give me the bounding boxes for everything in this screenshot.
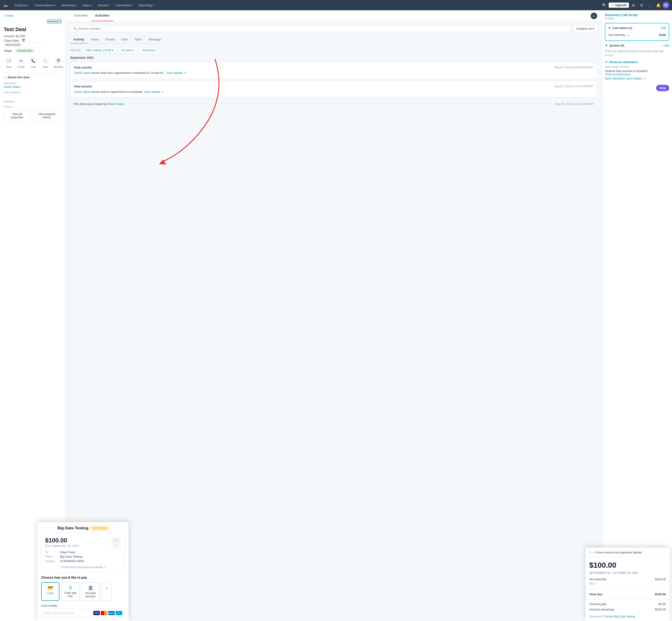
david-staat-link-2[interactable]: David Staat [74,90,90,93]
search-activities-box[interactable]: 🔍 [70,25,571,32]
contact-big-data-testing-link[interactable]: Contact Big Data Testing [604,615,635,618]
email-button[interactable]: ✉ Email [16,56,26,70]
nav-conversations[interactable]: Conversations ▾ [31,0,58,10]
close-date-input[interactable] [4,42,46,47]
invoice-from-field: From Big Data Testing [45,555,121,558]
nav-automation[interactable]: Automation ▾ [113,0,136,10]
last-contacted-value: -- [4,94,61,98]
nav-reporting[interactable]: Reporting ▾ [136,0,157,10]
help-button[interactable]: Help [656,85,669,91]
to-value: Keye Swan [60,550,76,554]
cash-app-payment-method[interactable]: $ Cash App Pay [61,582,80,601]
card-icons: VISA M AMEX D [93,611,122,615]
user-avatar[interactable]: DS [663,2,669,8]
view-all-properties-button[interactable]: View all properties [4,111,30,121]
tab-activities[interactable]: Activities [91,10,113,21]
activity-card-header: Deal activity Sep 20, 2023 at 10:34 AM E… [74,85,593,88]
tab-overview[interactable]: Overview [70,10,91,21]
invoice-line-2 [114,540,119,541]
card-payment-method[interactable]: 💳 Card [41,582,59,601]
chevron-down-icon: ▾ [27,4,29,6]
view-property-history-button[interactable]: View property history [32,111,61,121]
phone-icon[interactable]: 📞 [646,1,654,9]
open-attribution-builder-link[interactable]: Open attribution report builder ↗ [605,77,669,80]
back-to-deals[interactable]: < Deals [4,14,61,17]
creator-link[interactable]: David Staat [108,102,123,106]
invoice-item-name: Test Monthly $100.00 [586,577,670,582]
activity-actions: 📝 Note ✉ Email 📞 Call ✓ Task 📅 Meet [4,56,61,70]
search-activities-input[interactable] [78,27,568,30]
deal-owner-value[interactable]: David Staat ▾ [4,85,61,89]
actions-button[interactable]: Actions ▾ [47,19,61,24]
chevron-down-icon: ▾ [76,4,77,6]
close-invoice-details-button[interactable]: × [589,550,591,554]
tab-notes[interactable]: Notes [88,36,102,43]
invoice-item-qty: Qty 1 [586,582,670,587]
invoice-to-field: To Keye Swan [45,550,121,554]
stage-badge[interactable]: Closed Won [15,49,35,53]
about-deal-section[interactable]: ▼ About this deal [4,76,61,79]
invoice-icon: ↓ [112,537,121,548]
show-all-interactions-link[interactable]: Show all interactions [605,73,669,76]
note-button[interactable]: 📝 Note [4,56,14,70]
quotes-header: ▼ Quotes (0) + Add [605,44,669,47]
task-icon: ✓ [42,57,49,65]
card-number-field[interactable]: 1234 1234 1234 1234 VISA M AMEX D [41,609,125,617]
invoice-card: $100.00 Due September 25, 2023 ↓ To Keye… [41,533,125,573]
david-staat-link[interactable]: David Staat [74,71,90,75]
all-teams-button[interactable]: All teams ▾ [139,47,159,53]
chevron-down-icon: ▼ [608,26,611,30]
nav-marketing[interactable]: Marketing ▾ [58,0,80,10]
apps-icon[interactable]: ⊞ [629,1,637,9]
month-header: September 2023 [70,56,597,59]
nav-contacts[interactable]: Contacts ▾ [12,0,31,10]
view-details-link-1[interactable]: View details ↗ [166,71,186,75]
hubspot-logo[interactable]: ☁ [3,2,8,8]
task-button[interactable]: ✓ Task [40,56,50,70]
tab-tasks[interactable]: Tasks [131,36,145,43]
collapse-all-button[interactable]: Collapse all ▾ [573,25,597,32]
invoice-questions: Questions? Contact Big Data Testing [586,612,670,621]
chevron-down-icon: ▾ [132,4,133,6]
revenue-title[interactable]: ▼ Revenue attribution [605,60,669,64]
upgrade-button[interactable]: ⚡ Upgrade [608,3,629,8]
all-users-button[interactable]: All users ▾ [118,47,137,53]
more-payment-methods[interactable]: ⌄ [101,582,112,601]
view-details-link-2[interactable]: View details ↗ [144,90,163,93]
tab-meetings[interactable]: Meetings [145,36,164,43]
payment-section: Choose how you'd like to pay 💳 Card $ Ca… [41,576,125,617]
nav-service[interactable]: Service ▾ [95,0,113,10]
close-invoice-link[interactable]: Close invoice and payment details × [45,564,121,569]
created-text: This deal was created by David Staat [74,102,124,106]
created-row: This deal was created by David Staat Sep… [70,100,597,108]
edit-line-items-link[interactable]: Edit [661,27,666,30]
discovery-title[interactable]: Discovery Call Script [605,13,669,17]
line-items-header: ▼ Line items (1) Edit [608,26,666,30]
line-item-price: $100 [659,33,666,37]
filter-activity-button[interactable]: Filter activity (12/19) ▾ [83,47,116,53]
activity-type: Deal activity [74,85,92,88]
nav-sales[interactable]: Sales ▾ [80,0,95,10]
bank-payment-method[interactable]: 🏦 US bank account [81,582,99,601]
invoice-details-title: × Close invoice and payment details [593,551,642,554]
add-quote-link[interactable]: + Add [662,44,669,47]
call-button[interactable]: 📞 Call [28,56,38,70]
activity-card: Deal activity Sep 20, 2023 at 10:34 AM E… [70,81,597,98]
tab-calls[interactable]: Calls [118,36,131,43]
meeting-button[interactable]: 📅 Meeting [52,56,64,70]
bottom-buttons: View all properties View property histor… [4,111,61,121]
tab-emails[interactable]: Emails [102,36,118,43]
invoice-number-field: Invoice #1AF800D1-0003 [45,559,121,563]
notification-icon[interactable]: 🔔 [654,1,663,9]
invoice-due-date: Due September 25, 2023 [45,544,121,548]
expand-button[interactable]: » [591,13,597,19]
tab-activity[interactable]: Activity [70,36,88,43]
settings-icon[interactable]: ⚙ [637,1,646,9]
amount-paid-row: Amount paid $0.00 [586,602,670,607]
cash-app-icon: $ [69,585,72,590]
deal-title: Test Deal [4,27,61,33]
deal-close-date: Close Date: 📅 [4,39,61,47]
total-due-row: Total due $100.00 [586,591,670,597]
invoice-right-panel: × × Close invoice and payment details $1… [586,548,670,621]
search-icon[interactable]: 🔍 [600,1,608,9]
